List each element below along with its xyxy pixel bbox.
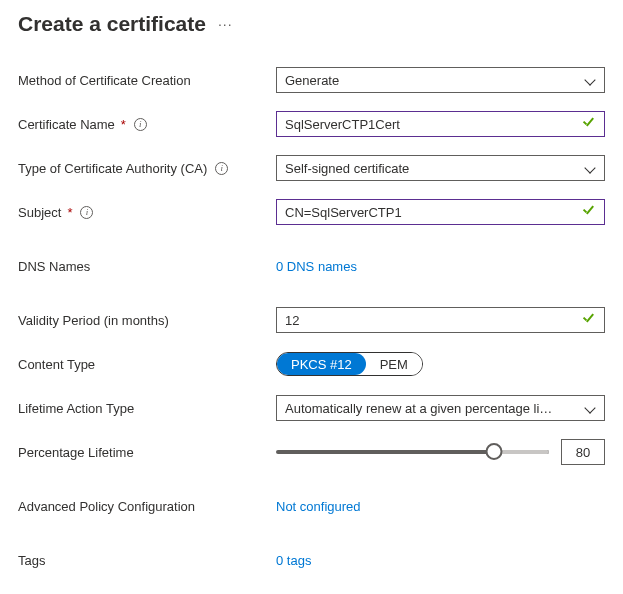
checkmark-icon (582, 117, 596, 131)
label-lifetimeaction: Lifetime Action Type (18, 401, 134, 416)
percentage-slider[interactable] (276, 450, 549, 454)
dnsnames-link[interactable]: 0 DNS names (276, 259, 357, 274)
subject-value: CN=SqlServerCTP1 (285, 205, 582, 220)
certname-input[interactable]: SqlServerCTP1Cert (276, 111, 605, 137)
page-title: Create a certificate (18, 12, 206, 36)
subject-input[interactable]: CN=SqlServerCTP1 (276, 199, 605, 225)
label-dnsnames: DNS Names (18, 259, 90, 274)
chevron-down-icon (584, 162, 596, 174)
label-catype: Type of Certificate Authority (CA) (18, 161, 207, 176)
checkmark-icon (582, 205, 596, 219)
toggle-pkcs12[interactable]: PKCS #12 (277, 353, 366, 375)
info-icon[interactable]: i (134, 118, 147, 131)
method-value: Generate (285, 73, 584, 88)
lifetimeaction-dropdown[interactable]: Automatically renew at a given percentag… (276, 395, 605, 421)
required-asterisk: * (67, 205, 72, 220)
required-asterisk: * (121, 117, 126, 132)
toggle-pem[interactable]: PEM (366, 353, 422, 375)
chevron-down-icon (584, 402, 596, 414)
label-validity: Validity Period (in months) (18, 313, 169, 328)
label-subject: Subject (18, 205, 61, 220)
label-advancedpolicy: Advanced Policy Configuration (18, 499, 195, 514)
info-icon[interactable]: i (215, 162, 228, 175)
label-percentagelifetime: Percentage Lifetime (18, 445, 134, 460)
chevron-down-icon (584, 74, 596, 86)
percentage-value[interactable]: 80 (561, 439, 605, 465)
catype-dropdown[interactable]: Self-signed certificate (276, 155, 605, 181)
label-certname: Certificate Name (18, 117, 115, 132)
label-contenttype: Content Type (18, 357, 95, 372)
lifetimeaction-value: Automatically renew at a given percentag… (285, 401, 584, 416)
info-icon[interactable]: i (80, 206, 93, 219)
tags-link[interactable]: 0 tags (276, 553, 311, 568)
catype-value: Self-signed certificate (285, 161, 584, 176)
slider-thumb[interactable] (486, 443, 503, 460)
method-dropdown[interactable]: Generate (276, 67, 605, 93)
validity-value: 12 (285, 313, 582, 328)
label-tags: Tags (18, 553, 45, 568)
certname-value: SqlServerCTP1Cert (285, 117, 582, 132)
checkmark-icon (582, 313, 596, 327)
contenttype-toggle[interactable]: PKCS #12 PEM (276, 352, 423, 376)
validity-input[interactable]: 12 (276, 307, 605, 333)
more-icon[interactable]: ··· (218, 16, 233, 32)
label-method: Method of Certificate Creation (18, 73, 191, 88)
advancedpolicy-link[interactable]: Not configured (276, 499, 361, 514)
